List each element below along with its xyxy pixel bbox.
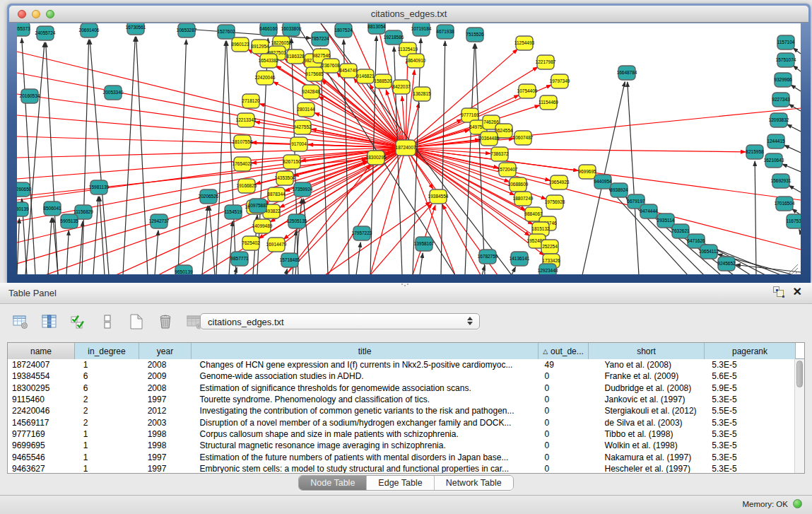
network-node-2935114[interactable]: 2935114	[657, 214, 675, 228]
network-node-16543382[interactable]: 16543382	[259, 54, 279, 68]
network-node-16033809[interactable]: 16033809	[281, 23, 302, 36]
network-node-20160534[interactable]: 20160534	[20, 89, 40, 103]
table-row[interactable]: 969969511998Structural magnetic resonanc…	[8, 440, 794, 451]
network-node-12213343[interactable]: 12213343	[236, 113, 257, 127]
network-node-10754409[interactable]: 10754409	[517, 84, 538, 98]
network-node-1362815[interactable]: 1362815	[413, 87, 431, 101]
network-node-8454749[interactable]: 8454749	[339, 64, 358, 78]
network-node-8506041[interactable]: 8506041	[43, 201, 61, 216]
network-node-1807524[interactable]: 1807524	[334, 23, 353, 37]
network-node-18300295[interactable]: 18300295	[366, 151, 387, 165]
network-node-16730561[interactable]: 16730561	[126, 23, 146, 35]
table-row[interactable]: 1938455462009Genome-wide association stu…	[8, 370, 794, 382]
network-node-9474444[interactable]: 9474444	[640, 204, 658, 218]
network-node-18640910[interactable]: 18640910	[406, 54, 426, 68]
show-hide-columns-button[interactable]	[40, 313, 59, 331]
network-node-7632621[interactable]: 7632621	[671, 224, 690, 238]
tab-node-table[interactable]: Node Table	[299, 476, 366, 490]
network-node-16210643[interactable]: 16210643	[764, 153, 784, 168]
table-row[interactable]: 1456911722003Disruption of a novel membe…	[8, 416, 794, 428]
network-node-19384554[interactable]: 19384554	[428, 189, 449, 204]
network-node-8267150[interactable]: 8267150	[283, 155, 301, 169]
network-node-2555373[interactable]: 2555373	[17, 23, 30, 36]
network-node-12923448[interactable]: 12923448	[538, 264, 558, 274]
network-node-12505135[interactable]: 12505135	[287, 214, 307, 228]
network-node-16648784[interactable]: 16648784	[617, 66, 637, 80]
network-node-11254493[interactable]: 11254493	[514, 36, 535, 50]
network-node-10653287[interactable]: 10653287	[177, 23, 197, 37]
network-node-7515526[interactable]: 7515526	[466, 28, 484, 42]
network-node-17016504[interactable]: 17016504	[775, 197, 795, 211]
network-node-8938924[interactable]: 8938924	[610, 183, 628, 197]
network-node-9440954[interactable]: 9440954	[594, 175, 612, 189]
network-node-1167534[interactable]: 1167534	[787, 214, 801, 228]
delete-columns-button[interactable]	[156, 313, 175, 331]
column-header-out_de[interactable]: △out_de...	[539, 343, 589, 359]
network-node-15981139[interactable]: 15981139	[89, 180, 110, 194]
network-node-8813054[interactable]: 8813054	[367, 23, 386, 34]
network-node-19166825[interactable]: 19166825	[237, 179, 257, 193]
network-node-10975887[interactable]: 10975887	[248, 199, 269, 213]
float-panel-icon[interactable]	[773, 286, 784, 298]
column-header-short[interactable]: short	[589, 343, 705, 359]
network-node-917004[interactable]: 917004	[290, 137, 307, 151]
column-header-pagerank[interactable]: pagerank	[705, 343, 796, 359]
network-node-252254[interactable]: 252254	[541, 240, 558, 254]
close-panel-icon[interactable]: ✕	[793, 286, 802, 298]
network-node-9699695[interactable]: 9699695	[578, 165, 596, 179]
network-node-1527602[interactable]: 1527602	[217, 25, 235, 39]
network-node-8960123[interactable]: 8960123	[231, 37, 249, 52]
network-node-20364486[interactable]: 20364486	[479, 132, 500, 146]
network-node-18107554[interactable]: 18107554	[233, 135, 253, 149]
network-node-10654112[interactable]: 10654112	[699, 245, 719, 259]
table-row[interactable]: 911546021997Tourette syndrome. Phenomeno…	[8, 394, 794, 405]
column-header-year[interactable]: year	[139, 343, 192, 359]
network-node-18724007[interactable]: 18724007	[396, 140, 416, 156]
select-all-rows-button[interactable]	[69, 313, 88, 331]
network-node-9329966[interactable]: 9329966	[774, 73, 792, 87]
network-node-10607487[interactable]: 10607487	[513, 131, 534, 145]
network-node-15720407[interactable]: 15720407	[498, 163, 518, 177]
network-node-19797349[interactable]: 19797349	[550, 74, 570, 88]
network-node-9650139[interactable]: 9650139	[175, 265, 193, 274]
network-node-9242848[interactable]: 9242848	[302, 85, 320, 99]
network-node-17359924[interactable]: 17359924	[293, 182, 313, 197]
network-node-2718120[interactable]: 2718120	[242, 94, 260, 108]
network-node-9857771[interactable]: 9857771	[230, 252, 249, 266]
network-node-1588520[interactable]: 1588520	[374, 74, 392, 88]
network-node-20206526[interactable]: 20206526	[199, 189, 219, 204]
table-row[interactable]: 977716911998Corpus callosum shape and si…	[8, 428, 794, 440]
table-row[interactable]: 946362711997Embryonic stem cells: a mode…	[8, 463, 794, 473]
tab-network-table[interactable]: Network Table	[434, 476, 513, 490]
network-node-17957223[interactable]: 17957223	[352, 226, 372, 240]
column-header-in_degree[interactable]: in_degree	[75, 343, 139, 359]
network-node-4671938[interactable]: 4671938	[436, 25, 454, 39]
network-node-9175685[interactable]: 9175685	[305, 67, 324, 81]
network-node-9227343[interactable]: 9227343	[772, 93, 790, 107]
network-node-14353504[interactable]: 14353504	[275, 171, 295, 185]
network-node-7857224[interactable]: 7857224	[311, 32, 329, 46]
network-node-18807249[interactable]: 18807249	[513, 192, 534, 206]
network-node-8215958[interactable]: 8215958	[746, 145, 764, 159]
table-row[interactable]: 946554611997Estimation of the future num…	[8, 451, 794, 462]
network-node-11154469[interactable]: 11154469	[539, 95, 558, 110]
network-graph[interactable]: 2555373240557242069140616730561106532871…	[17, 23, 801, 274]
network-node-9245652[interactable]: 9245652	[717, 257, 736, 271]
network-node-15692931[interactable]: 15692931	[771, 174, 792, 188]
memory-indicator[interactable]: Memory: OK	[742, 499, 802, 508]
network-node-9146821[interactable]: 9146821	[356, 69, 375, 83]
network-node-25260650[interactable]: 25260650	[17, 182, 32, 197]
network-node-20053340[interactable]: 20053340	[103, 86, 124, 100]
network-node-14136141[interactable]: 14136141	[510, 252, 530, 266]
network-node-9427552[interactable]: 9427552	[293, 120, 312, 134]
table-row[interactable]: 2242004622012Investigating the contribut…	[8, 405, 794, 416]
network-node-13958167[interactable]: 13958167	[414, 237, 435, 251]
table-scrollbar[interactable]	[794, 359, 804, 473]
network-node-12093832[interactable]: 12093832	[769, 113, 789, 127]
network-node-3930139[interactable]: 3930139	[17, 202, 29, 216]
network-node-7625402[interactable]: 7625402	[242, 236, 260, 250]
network-node-1154519[interactable]: 1154519	[225, 205, 242, 219]
panel-divider-handle[interactable]	[400, 284, 410, 288]
network-node-10719184[interactable]: 10719184	[411, 23, 432, 36]
network-node-15718485[interactable]: 15718485	[280, 253, 300, 267]
